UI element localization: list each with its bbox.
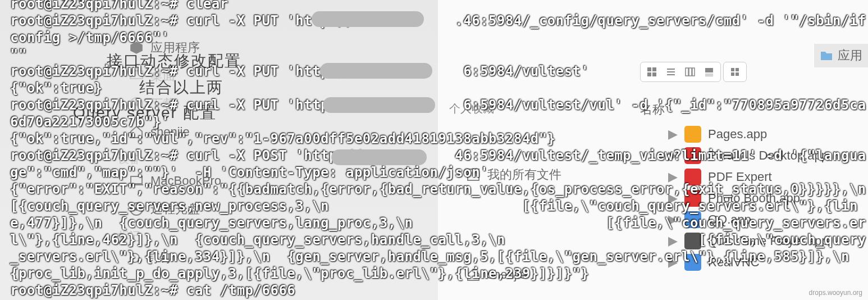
bg-text-queryserver: Query server 配置 xyxy=(73,102,217,124)
app-name: RealVNC xyxy=(708,255,760,270)
svg-rect-9 xyxy=(647,72,651,76)
watermark: drops.wooyun.org xyxy=(809,289,862,297)
app-row-pages[interactable]: ▶ Pages.app xyxy=(668,124,868,145)
disclosure-icon: ▶ xyxy=(668,212,678,227)
app-icon xyxy=(684,126,701,143)
finder-toolbar xyxy=(640,62,747,82)
svg-rect-16 xyxy=(692,68,695,76)
view-icons-btn[interactable] xyxy=(643,65,661,79)
svg-rect-22 xyxy=(731,72,734,76)
app-row-quicktime[interactable]: ▶ QuickTime Player.app xyxy=(668,230,868,252)
arrange-btn[interactable] xyxy=(726,65,744,79)
sidebar-item-home-right[interactable]: shenjie xyxy=(449,261,595,288)
bg-text-combine: 结合以上两 xyxy=(139,77,223,98)
sidebar-item-remote-disc[interactable]: 远程光盘 xyxy=(107,195,247,223)
svg-rect-20 xyxy=(731,68,734,71)
sidebar-label: MacBookPro xyxy=(150,174,221,188)
app-icon xyxy=(684,147,701,164)
disclosure-icon: ▶ xyxy=(668,148,678,163)
app-icon xyxy=(684,211,701,228)
disclosure-icon: ▶ xyxy=(668,234,678,248)
app-row-pdfexpert[interactable]: ▶ PDF Expert xyxy=(668,166,868,188)
censor-box-3 xyxy=(323,97,435,113)
view-mode-group xyxy=(640,62,721,82)
app-list: ▶ Pages.app ▶ Parallels Desktop.app ▶ PD… xyxy=(668,124,868,273)
disclosure-icon: ▶ xyxy=(668,255,678,270)
svg-rect-24 xyxy=(468,169,479,180)
disc-icon xyxy=(129,202,144,216)
svg-rect-21 xyxy=(735,68,739,71)
app-name: Parallels Desktop.app xyxy=(708,148,828,163)
sidebar-item-dingding[interactable]: 钉钉 xyxy=(107,244,247,272)
finder-sidebar-right: 个人收藏 我的所有文件 shenjie xyxy=(449,101,595,288)
svg-rect-2 xyxy=(131,176,142,184)
sidebar-label: 钉钉 xyxy=(147,249,172,266)
view-columns-btn[interactable] xyxy=(681,65,699,79)
sidebar-group-devices: 设备 xyxy=(107,152,247,167)
home-icon xyxy=(129,125,144,139)
app-icon xyxy=(684,254,701,271)
finder-tab-applications[interactable]: 应用 xyxy=(814,44,868,67)
sidebar-label: 我的所有文件 xyxy=(487,166,561,183)
app-row-qq[interactable]: ▶ QQ.app xyxy=(668,209,868,230)
view-list-btn[interactable] xyxy=(662,65,680,79)
svg-point-5 xyxy=(135,207,138,211)
sidebar-group-tags: 标记 xyxy=(107,229,247,244)
censor-box-2 xyxy=(320,63,432,79)
app-row-parallels[interactable]: ▶ Parallels Desktop.app xyxy=(668,145,868,166)
disclosure-icon: ▶ xyxy=(668,127,678,142)
svg-rect-23 xyxy=(735,72,739,76)
column-header-name[interactable]: 名称 xyxy=(640,101,665,118)
disclosure-icon: ▶ xyxy=(668,191,678,206)
app-row-realvnc[interactable]: ▶ RealVNC xyxy=(668,252,868,273)
sidebar-label: shenjie xyxy=(150,125,190,139)
arrange-group xyxy=(723,62,747,82)
sidebar-label: shenjie xyxy=(487,267,527,282)
app-icon xyxy=(684,190,701,207)
svg-rect-10 xyxy=(652,72,656,76)
svg-point-6 xyxy=(130,253,139,262)
app-name: Pages.app xyxy=(708,127,767,142)
sidebar-group-favorites: 个人收藏 xyxy=(449,101,595,116)
home-icon xyxy=(466,267,481,282)
svg-rect-14 xyxy=(686,68,688,76)
app-icon xyxy=(684,233,701,249)
sidebar-item-macbook[interactable]: MacBookPro xyxy=(107,167,247,195)
laptop-icon xyxy=(129,174,144,188)
allfiles-icon xyxy=(466,167,481,182)
censor-box-4 xyxy=(331,149,427,165)
app-icon xyxy=(684,169,701,185)
app-name: PDF Expert xyxy=(708,170,772,184)
app-name: QuickTime Player.app xyxy=(708,234,828,248)
sidebar-label: 远程光盘 xyxy=(150,201,200,217)
app-name: QQ.app xyxy=(708,212,751,227)
view-coverflow-btn[interactable] xyxy=(700,65,718,79)
svg-rect-8 xyxy=(652,67,656,71)
folder-icon xyxy=(820,50,833,61)
app-row-photobooth[interactable]: ▶ Photo Booth.app xyxy=(668,188,868,209)
tab-label: 应用 xyxy=(838,47,862,64)
disclosure-icon: ▶ xyxy=(668,170,678,184)
svg-rect-7 xyxy=(647,67,651,71)
app-name: Photo Booth.app xyxy=(708,191,800,206)
svg-rect-15 xyxy=(689,68,692,76)
svg-rect-17 xyxy=(705,68,713,72)
censor-box-1 xyxy=(312,11,424,27)
tag-icon xyxy=(129,252,140,263)
sidebar-item-allfiles[interactable]: 我的所有文件 xyxy=(449,161,595,188)
bg-text-interface: 接口动态修改配置 xyxy=(107,51,241,72)
